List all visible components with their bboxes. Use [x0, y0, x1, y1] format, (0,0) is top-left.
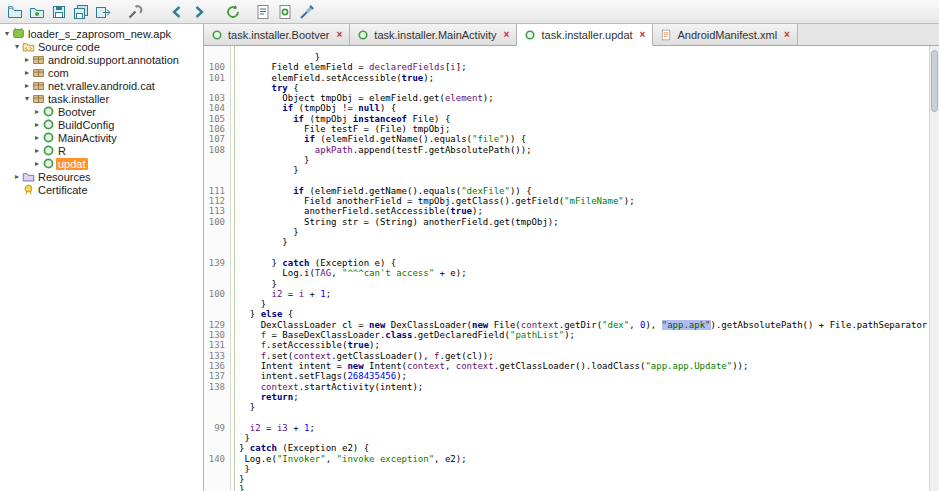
line-number: 106 — [204, 124, 225, 134]
code-text: } catch (Exception e2) { — [239, 443, 369, 453]
expanded-arrow-icon[interactable]: ▾ — [2, 29, 12, 38]
code-line: } — [204, 484, 929, 491]
code-text: intent.setFlags(268435456); — [239, 371, 407, 381]
tree-item-label: Resources — [36, 171, 93, 183]
code-text: context.startActivity(intent); — [239, 382, 423, 392]
tree-item-com[interactable]: ▸com — [0, 66, 203, 79]
tab-task-installer-mainactivity[interactable]: task.installer.MainActivity× — [350, 24, 517, 45]
log-viewer-button[interactable] — [296, 2, 318, 22]
collapsed-arrow-icon[interactable]: ▸ — [32, 159, 42, 168]
collapsed-arrow-icon[interactable]: ▸ — [22, 55, 32, 64]
code-line: 130 f = BaseDexClassLoader.class.getDecl… — [204, 330, 929, 340]
editor-vertical-scrollbar[interactable] — [929, 46, 939, 491]
forward-button[interactable] — [188, 2, 210, 22]
tab-task-installer-updat[interactable]: task.installer.updat× — [517, 24, 653, 46]
code-area[interactable]: }100 Field elemField = declaredFields[i]… — [204, 46, 929, 491]
line-number: 112 — [204, 196, 225, 206]
code-text: Field elemField = declaredFields[i]; — [239, 62, 467, 72]
collapsed-arrow-icon[interactable]: ▸ — [12, 172, 22, 181]
code-text: f = BaseDexClassLoader.class.getDeclared… — [239, 330, 575, 340]
tree-item-certificate[interactable]: Certificate — [0, 183, 203, 196]
tree-item-bootver[interactable]: ▸Bootver — [0, 105, 203, 118]
search-highlight: "app.apk" — [662, 320, 711, 330]
tree-item-loader-s-zaprosom-new-apk[interactable]: ▾loader_s_zaprosom_new.apk — [0, 27, 203, 40]
code-text: Log.i(TAG, "^^^can't access" + e); — [239, 268, 467, 278]
package-icon — [32, 53, 46, 66]
collapsed-arrow-icon[interactable]: ▸ — [32, 146, 42, 155]
tab-close-icon[interactable]: × — [640, 30, 646, 40]
open-project-button[interactable] — [26, 2, 48, 22]
tab-close-icon[interactable]: × — [504, 30, 510, 40]
expanded-arrow-icon[interactable]: ▾ — [12, 42, 22, 51]
export-code-icon — [95, 4, 111, 20]
code-text: i2 = i3 + 1; — [239, 423, 315, 433]
preferences-wrench-button[interactable] — [124, 2, 146, 22]
tab-close-icon[interactable]: × — [784, 30, 790, 40]
code-line: 129 DexClassLoader cl = new DexClassLoad… — [204, 320, 929, 330]
collapsed-arrow-icon[interactable]: ▸ — [22, 81, 32, 90]
tree-item-label: Certificate — [36, 184, 90, 196]
code-line — [204, 176, 929, 186]
text-search-button[interactable] — [252, 2, 274, 22]
class-search-button[interactable] — [274, 2, 296, 22]
tab-task-installer-bootver[interactable]: task.installer.Bootver× — [204, 24, 350, 45]
class-icon — [42, 118, 56, 131]
tree-item-task-installer[interactable]: ▾task.installer — [0, 92, 203, 105]
tree-item-android-support-annotation[interactable]: ▸android.support.annotation — [0, 53, 203, 66]
code-line: 111 if (elemField.getName().equals("dexF… — [204, 186, 929, 196]
source-folder-icon — [22, 40, 36, 53]
collapsed-arrow-icon[interactable]: ▸ — [32, 120, 42, 129]
code-line: } else { — [204, 309, 929, 319]
scrollbar-thumb[interactable] — [931, 50, 938, 112]
code-text: anotherField.setAccessible(true); — [239, 206, 483, 216]
code-line: 107 if (elemField.getName().equals("file… — [204, 134, 929, 144]
code-line: } — [204, 464, 929, 474]
collapsed-arrow-icon[interactable]: ▸ — [32, 133, 42, 142]
code-editor[interactable]: }100 Field elemField = declaredFields[i]… — [204, 46, 939, 491]
expanded-arrow-icon[interactable]: ▾ — [22, 94, 32, 103]
code-text: Object tmpObj = elemField.get(element); — [239, 93, 494, 103]
open-file-button[interactable] — [4, 2, 26, 22]
export-code-button[interactable] — [92, 2, 114, 22]
tree-item-mainactivity[interactable]: ▸MainActivity — [0, 131, 203, 144]
line-number: 140 — [204, 454, 225, 464]
code-text: } — [239, 52, 320, 62]
code-text: Log.e("Invoker", "invoke exception", e2)… — [239, 454, 467, 464]
tree-item-label: com — [46, 67, 71, 79]
forward-icon — [191, 4, 207, 20]
code-line: 105 if (tmpObj instanceof File) { — [204, 114, 929, 124]
line-number: 133 — [204, 351, 225, 361]
tab-close-icon[interactable]: × — [337, 30, 343, 40]
package-icon — [32, 92, 46, 105]
tree-item-r[interactable]: ▸R — [0, 144, 203, 157]
save-project-button[interactable] — [48, 2, 70, 22]
editor-panel: task.installer.Bootver×task.installer.Ma… — [204, 24, 939, 491]
back-icon — [169, 4, 185, 20]
tree-item-label: android.support.annotation — [46, 54, 181, 66]
tab-label: task.installer.updat — [541, 29, 632, 41]
code-line: } catch (Exception e2) { — [204, 443, 929, 453]
code-text: if (tmpObj instanceof File) { — [239, 114, 450, 124]
code-text: Intent intent = new Intent(context, cont… — [239, 361, 748, 371]
tree-item-net-vrallev-android-cat[interactable]: ▸net.vrallev.android.cat — [0, 79, 203, 92]
reload-button[interactable] — [222, 2, 244, 22]
code-line: try { — [204, 83, 929, 93]
tree-item-source-code[interactable]: ▾Source code — [0, 40, 203, 53]
text-search-icon — [255, 4, 271, 20]
tree-item-updat[interactable]: ▸updat — [0, 157, 203, 170]
tree-item-resources[interactable]: ▸Resources — [0, 170, 203, 183]
code-line: } — [204, 299, 929, 309]
save-all-button[interactable] — [70, 2, 92, 22]
code-text: f.setAccessible(true); — [239, 340, 380, 350]
tree-item-buildconfig[interactable]: ▸BuildConfig — [0, 118, 203, 131]
code-line: 104 if (tmpObj != null) { — [204, 103, 929, 113]
apk-icon — [12, 27, 26, 40]
code-text: } — [239, 237, 288, 247]
collapsed-arrow-icon[interactable]: ▸ — [22, 68, 32, 77]
tree-item-label: updat — [56, 158, 88, 170]
line-number: 139 — [204, 258, 225, 268]
tab-androidmanifest-xml[interactable]: AndroidManifest.xml× — [653, 24, 798, 45]
collapsed-arrow-icon[interactable]: ▸ — [32, 107, 42, 116]
back-button[interactable] — [166, 2, 188, 22]
code-text: String str = (String) anotherField.get(t… — [239, 217, 559, 227]
